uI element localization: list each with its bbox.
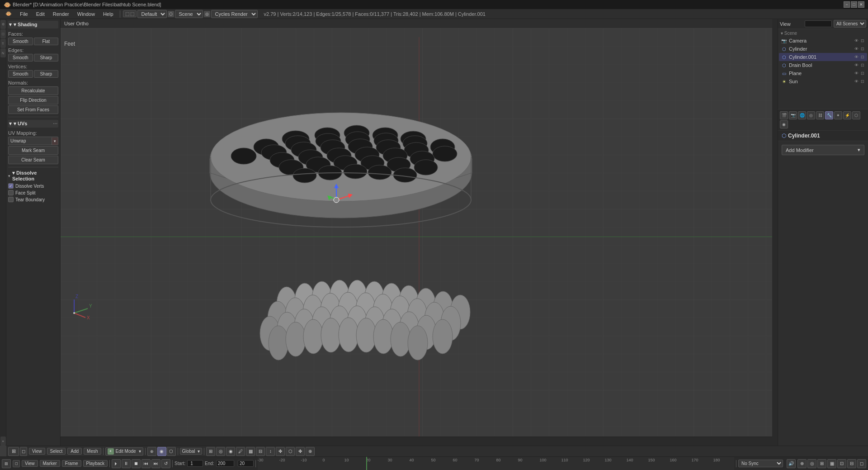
loop-icon[interactable]: ↺ [161,459,170,468]
start-frame-input[interactable] [187,460,203,467]
mirror-button[interactable]: ⊟ [256,447,265,456]
prop-icon-data[interactable]: ⬡ [852,111,860,119]
maximize-button[interactable]: □ [851,1,857,8]
set-from-faces-button[interactable]: Set From Faces [8,105,58,114]
dissolve-header[interactable]: ▾ ▾ Dissolve Selection [8,170,58,181]
outliner-item-cylinder001[interactable]: ⬡ Cylinder.001 👁 ⊡ [779,53,867,61]
menu-edit[interactable]: Edit [33,10,48,18]
workspace-select[interactable]: Default [137,10,167,18]
outliner-view-btn[interactable]: View [780,21,791,27]
sync-select[interactable]: No Sync Frame Dropping AV-sync [738,460,783,467]
timeline-view-button[interactable]: View [22,460,38,467]
toolbar-icon-3[interactable]: T [0,39,6,48]
outliner-item-cylinder[interactable]: ⬡ Cylinder 👁 ⊡ [779,45,867,53]
toolbar-icon-bottom[interactable]: ≡ [0,437,6,446]
outliner-item-drain-bool[interactable]: ⬡ Drain Bool 👁 ⊡ [779,61,867,69]
dissolve-verts-checkbox[interactable]: ✓ [8,183,14,189]
menu-help[interactable]: Help [99,10,117,18]
view-menu-button[interactable]: View [29,448,45,455]
pause-icon[interactable]: ⏸ [122,459,131,468]
sun-render-icon[interactable]: ⊡ [860,79,865,84]
outliner-item-plane[interactable]: ▭ Plane 👁 ⊡ [779,69,867,77]
viewport-scrollbar[interactable] [772,19,778,446]
current-frame-input[interactable] [238,460,254,467]
next-keyframe-icon[interactable]: ⏭ [151,459,160,468]
plane-eye-icon[interactable]: 👁 [854,71,859,76]
outliner-item-camera[interactable]: 📷 Camera 👁 ⊡ [779,37,867,45]
timeline-icon-1[interactable]: ⊕ [797,459,807,468]
drainbool-eye-icon[interactable]: 👁 [854,62,859,68]
timeline-icon-3[interactable]: ⊞ [817,459,826,468]
prop-icon-object[interactable]: ◎ [807,111,815,119]
scene-select[interactable]: Scene [175,10,203,18]
prop-icon-constraints[interactable]: ⛓ [816,111,824,119]
mark-seam-button[interactable]: Mark Seam [8,146,58,155]
shading-header[interactable]: ▾ ▾ Shading [8,21,58,28]
unwrap-arrow[interactable]: ▾ [52,138,58,145]
menu-blender-icon[interactable]: 🐵 [2,10,15,18]
face-button[interactable]: ⬡ [286,447,295,456]
timeline-view-icon[interactable]: ⊞ [2,459,11,468]
pivot-button[interactable]: ⊕ [147,447,156,456]
texture-paint-button[interactable]: ▦ [246,447,255,456]
menu-window[interactable]: Window [74,10,99,18]
cylinder-render-icon[interactable]: ⊡ [860,46,865,52]
timeline-playback-button[interactable]: Playback [83,460,108,467]
menu-render[interactable]: Render [49,10,73,18]
view-mode-icon[interactable]: ⊞ [8,447,19,456]
audio-icon[interactable]: 🔊 [787,459,796,468]
prop-edit-type-button[interactable]: ◉ [226,447,235,456]
prop-icon-modifiers[interactable]: 🔧 [825,111,833,119]
sharp-vertices-button[interactable]: Sharp [34,70,59,78]
timeline-ruler[interactable]: -30-20-100102030405060708090100110120130… [258,457,734,470]
close-button[interactable]: ✕ [858,1,864,8]
all-scenes-select[interactable]: All Scenes [834,20,866,28]
flat-faces-button[interactable]: Flat [34,38,59,45]
screen-layout[interactable]: ⬚⬚ [123,10,137,17]
timeline-frame-button[interactable]: Frame [62,460,81,467]
wire-shading-button[interactable]: ⬡ [167,447,176,456]
overlay-button[interactable]: ⊕ [306,447,315,456]
add-modifier-button[interactable]: Add Modifier ▾ [782,145,864,155]
prop-icon-render[interactable]: 📷 [789,111,797,119]
cylinder001-render-icon[interactable]: ⊡ [860,54,865,60]
prop-icon-world[interactable]: 🌐 [798,111,806,119]
vertex-paint-button[interactable]: 🖊 [236,447,245,456]
select-menu-button[interactable]: Select [47,448,66,455]
viewport-3d[interactable]: User Ortho Feet [61,19,778,446]
play-icon[interactable]: ⏵ [112,459,121,468]
timeline-icon-2[interactable]: ◎ [807,459,816,468]
mesh-menu-button[interactable]: Mesh [84,448,101,455]
plane-render-icon[interactable]: ⊡ [860,71,865,76]
end-frame-input[interactable] [216,460,234,467]
smooth-faces-button[interactable]: Smooth [8,38,33,45]
cylinder001-eye-icon[interactable]: 👁 [854,54,859,60]
timeline-marker-button[interactable]: Marker [40,460,60,467]
prev-keyframe-icon[interactable]: ⏮ [142,459,151,468]
sculpt-button[interactable]: ✤ [276,447,285,456]
sun-eye-icon[interactable]: 👁 [854,79,859,84]
menu-file[interactable]: File [16,10,32,18]
snap-button[interactable]: ⊞ [206,447,215,456]
transform-dropdown[interactable]: Global ▾ [180,448,203,455]
prop-icon-physics[interactable]: ⚡ [843,111,851,119]
camera-render-icon[interactable]: ⊡ [860,38,865,43]
unwrap-dropdown[interactable]: Unwrap ▾ [8,137,58,145]
cylinder-eye-icon[interactable]: 👁 [854,46,859,52]
toolbar-icon-1[interactable]: ⚙ [0,20,6,29]
engine-select[interactable]: Cycles Render [211,10,258,18]
toolbar-icon-2[interactable]: ◻ [0,29,6,38]
solid-shading-button[interactable]: ◉ [157,447,166,456]
timeline-icon-6[interactable]: ⊟ [847,459,856,468]
smooth-vertices-button[interactable]: Smooth [8,70,33,78]
prop-icon-material[interactable]: ◉ [780,120,788,128]
timeline-icon-7[interactable]: ◻ [857,459,866,468]
smooth-edges-button[interactable]: Smooth [8,54,33,62]
flip-direction-button[interactable]: Flip Direction [8,96,58,104]
prop-icon-particles[interactable]: ✦ [834,111,842,119]
toolbar-icon-4[interactable]: N [0,48,6,57]
camera-eye-icon[interactable]: 👁 [854,38,859,43]
sharp-edges-button[interactable]: Sharp [34,54,59,62]
timeline-2d-icon[interactable]: ◻ [13,460,20,467]
unwrap-main[interactable]: Unwrap [9,137,52,145]
